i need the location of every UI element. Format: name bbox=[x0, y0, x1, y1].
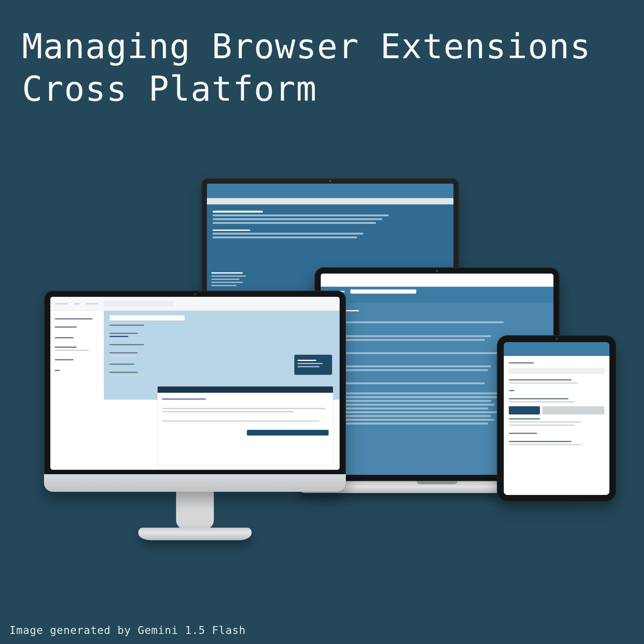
tablet-search-input[interactable] bbox=[509, 369, 604, 374]
tablet-header-bar bbox=[504, 342, 609, 356]
imac-body bbox=[50, 311, 340, 470]
imac-frame bbox=[44, 291, 346, 492]
imac-chin bbox=[44, 474, 346, 492]
tablet-primary-button[interactable] bbox=[509, 406, 540, 414]
device-imac bbox=[44, 291, 346, 540]
device-mockup-stage bbox=[0, 0, 644, 644]
tablet-secondary-button[interactable] bbox=[542, 406, 604, 414]
imac-sidebar bbox=[50, 311, 104, 470]
imac-screen bbox=[50, 297, 340, 470]
camera-icon bbox=[436, 270, 438, 272]
imac-action-button[interactable] bbox=[247, 430, 329, 436]
footer-caption: Image generated by Gemini 1.5 Flash bbox=[9, 624, 246, 636]
rear-header-bar bbox=[207, 184, 453, 198]
tablet-screen bbox=[504, 342, 609, 495]
laptop-header-bar bbox=[321, 287, 553, 303]
tablet-content bbox=[504, 356, 609, 495]
rear-toolbar bbox=[207, 198, 453, 204]
tablet-frame bbox=[497, 335, 616, 502]
camera-icon bbox=[329, 180, 331, 182]
imac-main bbox=[104, 311, 340, 470]
imac-panel-header bbox=[158, 386, 333, 393]
imac-bottom-panel bbox=[157, 386, 333, 465]
camera-icon bbox=[194, 293, 196, 296]
camera-icon bbox=[556, 338, 558, 340]
device-tablet bbox=[497, 335, 616, 502]
imac-address-bar[interactable] bbox=[104, 302, 173, 306]
imac-stand-base bbox=[138, 528, 252, 540]
imac-window-chrome bbox=[50, 297, 340, 311]
imac-callout-card[interactable] bbox=[294, 355, 332, 375]
imac-stand-neck bbox=[176, 492, 214, 530]
laptop-window-chrome bbox=[321, 274, 553, 287]
imac-search-input[interactable] bbox=[109, 315, 185, 321]
